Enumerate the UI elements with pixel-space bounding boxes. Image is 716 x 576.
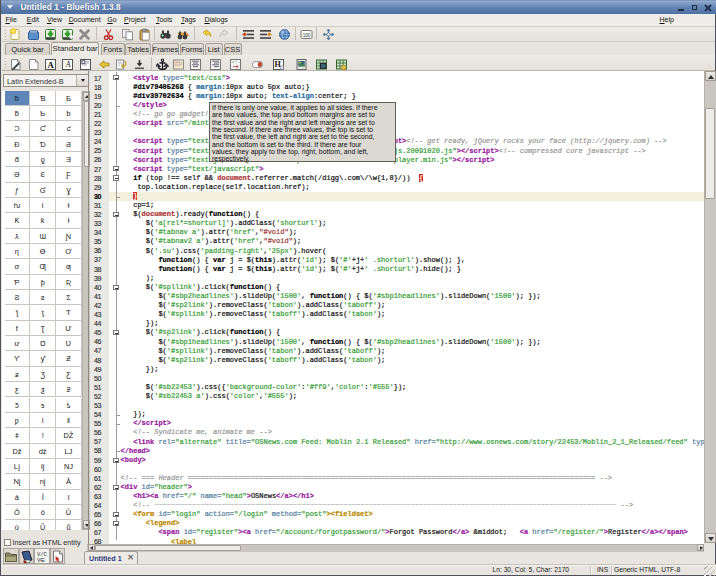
svg-text:100: 100	[303, 33, 311, 38]
svg-text:V∈: V∈	[37, 557, 45, 564]
svg-text:<!-: <!-	[232, 60, 240, 65]
svg-text:A: A	[47, 59, 54, 69]
svg-text:A: A	[64, 60, 71, 69]
